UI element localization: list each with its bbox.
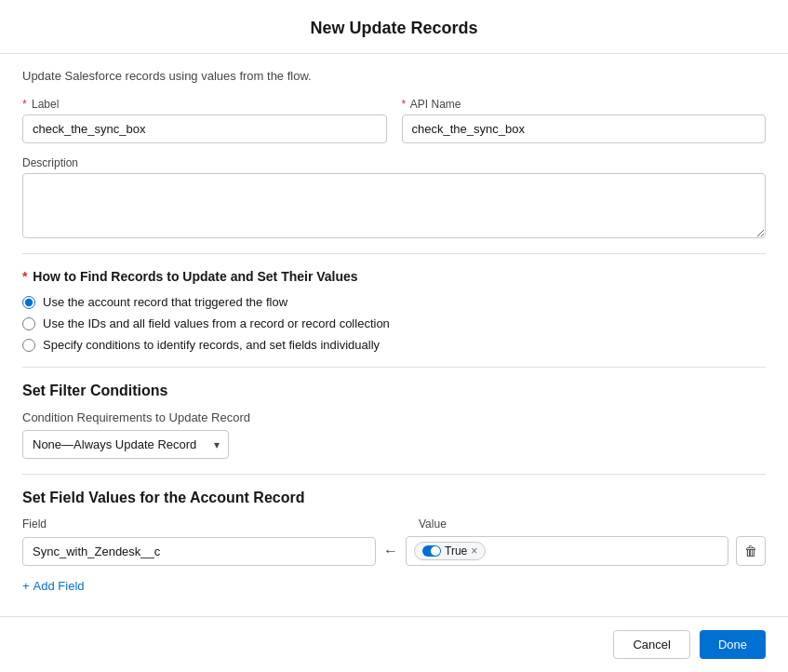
add-field-label: Add Field	[33, 579, 85, 593]
api-name-group: * API Name	[402, 98, 767, 143]
api-required-star: *	[402, 98, 407, 111]
delete-field-button[interactable]: 🗑	[736, 536, 766, 566]
condition-requirements-label: Condition Requirements to Update Record	[22, 410, 766, 424]
cancel-button[interactable]: Cancel	[613, 630, 689, 659]
radio-label-3: Specify conditions to identify records, …	[43, 338, 380, 352]
radio-option-2[interactable]: Use the IDs and all field values from a …	[22, 316, 766, 330]
divider-1	[22, 253, 766, 254]
radio-option-1[interactable]: Use the account record that triggered th…	[22, 295, 766, 309]
how-to-find-radio-group: Use the account record that triggered th…	[22, 295, 766, 352]
filter-section-title: Set Filter Conditions	[22, 383, 766, 399]
condition-dropdown[interactable]: None—Always Update Record All Conditions…	[22, 430, 229, 459]
api-name-input[interactable]	[402, 114, 767, 143]
value-pill-container: True ×	[406, 536, 728, 566]
modal-title: New Update Records	[22, 19, 766, 38]
label-field-label: * Label	[22, 98, 387, 111]
field-values-section: Set Field Values for the Account Record …	[22, 490, 766, 597]
filter-conditions-section: Set Filter Conditions Condition Requirem…	[22, 383, 766, 459]
field-values-title: Set Field Values for the Account Record	[22, 490, 766, 506]
api-name-field-label: * API Name	[402, 98, 767, 111]
label-group: * Label	[22, 98, 387, 143]
add-field-button[interactable]: + Add Field	[22, 575, 85, 597]
radio-label-1: Use the account record that triggered th…	[43, 295, 287, 309]
radio-input-3[interactable]	[22, 339, 35, 352]
pill-close-button[interactable]: ×	[471, 545, 477, 557]
arrow-left-icon: ←	[383, 543, 398, 559]
description-textarea[interactable]	[22, 173, 766, 238]
radio-input-1[interactable]	[22, 296, 35, 309]
description-group: Description	[22, 156, 766, 238]
field-name-input[interactable]	[22, 537, 376, 566]
how-to-find-title: * How to Find Records to Update and Set …	[22, 269, 766, 284]
condition-select-wrapper: None—Always Update Record All Conditions…	[22, 430, 229, 459]
plus-icon: +	[22, 579, 30, 593]
how-to-find-section: * How to Find Records to Update and Set …	[22, 269, 766, 352]
trash-icon: 🗑	[744, 544, 757, 558]
modal-subtitle: Update Salesforce records using values f…	[22, 69, 766, 83]
field-col-label: Field	[22, 517, 385, 531]
divider-3	[22, 474, 766, 475]
toggle-icon	[422, 545, 441, 557]
radio-label-2: Use the IDs and all field values from a …	[43, 316, 390, 330]
divider-2	[22, 367, 766, 368]
field-value-header: Field Value	[22, 517, 766, 531]
modal-footer: Cancel Done	[0, 616, 788, 672]
value-pill-text: True	[445, 544, 467, 558]
label-required-star: *	[22, 98, 27, 111]
radio-option-3[interactable]: Specify conditions to identify records, …	[22, 338, 766, 352]
description-label: Description	[22, 156, 766, 169]
modal-header: New Update Records	[0, 0, 788, 54]
value-pill: True ×	[414, 542, 486, 560]
modal-body: Update Salesforce records using values f…	[0, 54, 788, 616]
done-button[interactable]: Done	[700, 630, 766, 659]
label-input[interactable]	[22, 114, 387, 143]
label-api-row: * Label * API Name	[22, 98, 766, 143]
radio-input-2[interactable]	[22, 317, 35, 330]
value-col-label: Value	[419, 517, 447, 531]
field-value-row: ← True × 🗑	[22, 536, 766, 566]
modal-dialog: New Update Records Update Salesforce rec…	[0, 0, 788, 672]
